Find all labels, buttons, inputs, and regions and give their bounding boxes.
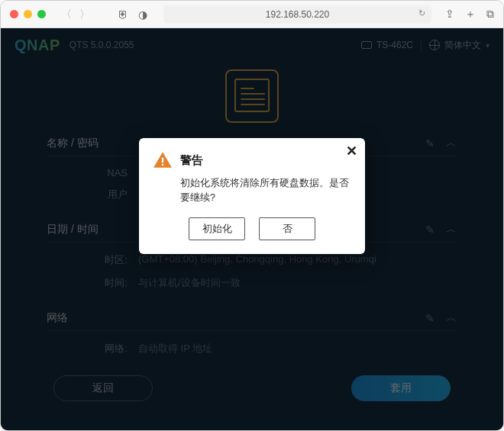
toolbar-right: ⇪ ＋ ⧉ <box>445 8 494 21</box>
site-settings-icon[interactable]: ◑ <box>136 8 150 21</box>
shield-icon[interactable]: ⛨ <box>116 8 130 21</box>
zoom-window-button[interactable] <box>37 10 46 18</box>
macos-titlebar: 〈 〉 ⛨ ◑ 192.168.50.220 ↻ ⇪ ＋ ⧉ <box>1 1 503 28</box>
dialog-message: 初始化系统将清除所有硬盘数据。是否要继续? <box>153 176 351 205</box>
svg-rect-0 <box>162 158 163 163</box>
forward-button[interactable]: 〉 <box>76 8 93 21</box>
close-window-button[interactable] <box>10 10 18 18</box>
minimize-window-button[interactable] <box>24 10 32 18</box>
browser-window: 〈 〉 ⛨ ◑ 192.168.50.220 ↻ ⇪ ＋ ⧉ QNAP QTS … <box>0 0 504 431</box>
address-text: 192.168.50.220 <box>266 9 329 20</box>
initialize-button[interactable]: 初始化 <box>189 217 245 240</box>
traffic-lights <box>10 10 46 18</box>
reader-reload-icon[interactable]: ↻ <box>418 8 425 18</box>
svg-rect-1 <box>162 164 163 166</box>
tabs-icon[interactable]: ⧉ <box>486 8 494 21</box>
close-icon[interactable]: ✕ <box>346 144 357 158</box>
warning-dialog: ✕ 警告 初始化系统将清除所有硬盘数据。是否要继续? 初始化 否 <box>139 138 365 254</box>
share-icon[interactable]: ⇪ <box>445 8 454 21</box>
warning-icon <box>153 150 173 170</box>
address-bar[interactable]: 192.168.50.220 ↻ <box>163 5 431 24</box>
new-tab-icon[interactable]: ＋ <box>465 8 476 21</box>
no-button[interactable]: 否 <box>259 217 315 240</box>
nav-arrows: 〈 〉 <box>58 8 93 21</box>
dialog-title: 警告 <box>180 153 203 168</box>
back-button[interactable]: 〈 <box>58 8 75 21</box>
